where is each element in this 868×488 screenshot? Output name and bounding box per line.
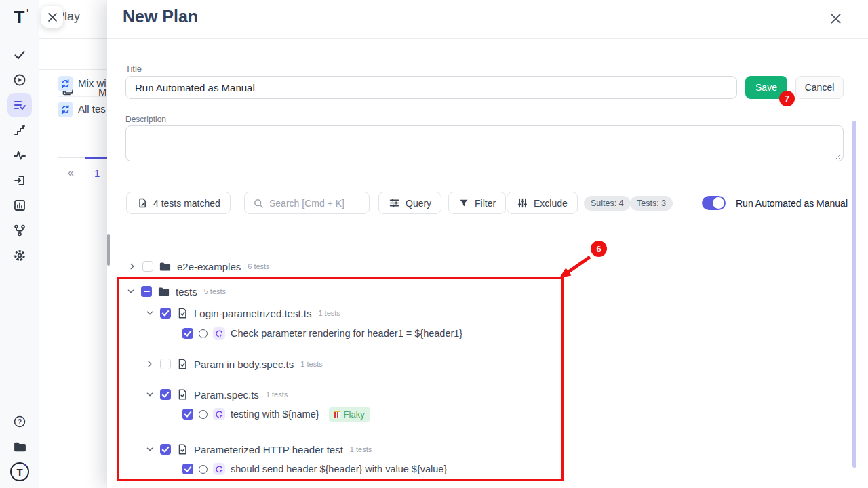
query-label: Query [406,198,431,209]
annotation-step-badge: 6 [591,241,607,257]
modal-close-button[interactable] [828,11,843,26]
tests-count-badge: Tests: 3 [630,196,673,211]
sidebar-nav [7,43,32,268]
filter-label: Filter [475,198,496,209]
exclude-button[interactable]: Exclude [507,192,578,214]
sliders-vertical-icon [517,197,528,209]
cancel-button[interactable]: Cancel [795,76,844,99]
tree-row-label[interactable]: e2e-examples [177,261,241,272]
chevron-right-icon[interactable] [127,262,137,271]
description-textarea[interactable] [125,125,844,161]
help-button[interactable]: ? [7,409,32,434]
search-box[interactable] [244,192,370,214]
funnel-icon [458,198,469,209]
sliders-icon [389,197,400,209]
active-page-indicator [85,157,107,159]
stairs-icon [13,123,26,137]
gear-icon [13,249,26,262]
sidebar-item-reports[interactable] [7,193,32,218]
background-list-item[interactable]: Mix wi [78,77,106,89]
list-check-icon [13,98,26,112]
user-avatar[interactable]: T' [10,462,29,481]
page-scrollbar[interactable] [107,234,110,266]
background-page: Play M Mix wi All tes « 1 [39,0,107,488]
brand-logo[interactable]: T' [14,7,25,28]
tests-matched-label: 4 tests matched [153,198,220,209]
divider [115,178,859,178]
run-automated-toggle[interactable] [702,196,726,210]
refresh-icon [58,102,73,117]
title-input[interactable] [125,76,737,99]
tree-row-folder: e2e-examples 6 tests [127,259,270,274]
sidebar-item-branches[interactable] [7,218,32,243]
annotation-arrow [553,252,600,285]
folder-icon [159,260,172,273]
box-arrow-in-icon [13,174,26,187]
description-label: Description [125,115,166,124]
check-icon [13,48,26,62]
title-label: Title [125,64,142,74]
query-button[interactable]: Query [378,192,441,214]
drawer-close-button[interactable] [41,6,63,28]
resize-handle-icon[interactable] [834,153,841,160]
help-icon: ? [13,415,26,428]
close-icon [47,12,58,22]
search-input[interactable] [269,198,357,209]
git-branch-icon [13,224,26,237]
sidebar-item-tests[interactable] [7,43,32,67]
avatar-tick-icon: ' [24,463,26,471]
run-automated-toggle-label: Run Automated as Manual [736,198,848,209]
projects-button[interactable] [7,434,32,459]
suites-count-badge: Suites: 4 [584,196,631,211]
tree-row-count: 6 tests [248,262,269,270]
activity-icon [13,148,26,162]
sidebar-bottom: ? T' [0,409,39,481]
divider [58,157,85,158]
sidebar-item-import[interactable] [7,168,32,192]
divider [58,96,107,97]
filter-button[interactable]: Filter [448,192,506,214]
play-circle-icon [13,73,26,87]
sidebar-item-pulse[interactable] [7,143,32,167]
app-sidebar: T' ? [0,0,39,488]
row-checkbox[interactable] [142,261,153,272]
logo-tick-icon: ' [26,7,28,18]
annotation-highlight-rect [117,277,564,481]
sidebar-item-milestones[interactable] [7,118,32,142]
annotation-step-badge: 7 [779,91,795,106]
modal-header [107,0,868,39]
search-icon [253,198,264,209]
background-list-item[interactable]: All tes [78,103,106,115]
bar-chart-icon [13,199,26,212]
file-edit-icon [136,197,148,209]
modal-title: New Plan [123,7,198,26]
exclude-label: Exclude [534,198,568,209]
pagination-page-1[interactable]: 1 [94,167,100,179]
tests-matched-button[interactable]: 4 tests matched [126,192,231,214]
refresh-icon [58,76,73,92]
svg-text:?: ? [18,418,22,426]
folder-icon [13,440,27,454]
pagination-prev[interactable]: « [68,167,74,179]
close-icon [830,13,842,24]
toggle-knob [713,197,724,209]
sidebar-item-settings[interactable] [7,243,32,268]
modal-scrollbar[interactable] [852,121,856,468]
sidebar-item-plans[interactable] [7,93,32,117]
sidebar-item-runs[interactable] [7,68,32,92]
background-toolbar: M [39,39,107,70]
